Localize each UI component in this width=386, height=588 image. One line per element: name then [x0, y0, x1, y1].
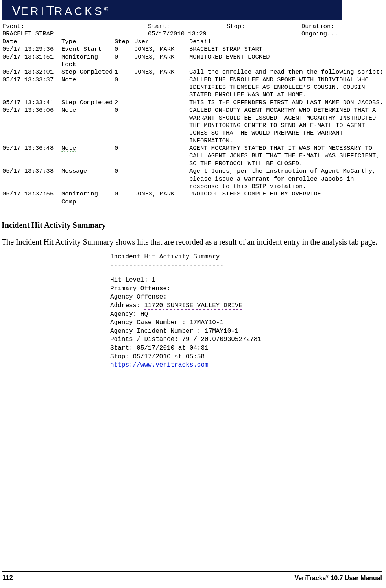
col-detail: Detail [189, 38, 384, 46]
cell-step: 0 [115, 76, 134, 99]
cell-user [134, 99, 189, 107]
cell-date: 05/17 13:37:56 [2, 190, 61, 206]
table-row: 05/17 13:33:37Note0CALLED THE ENROLLEE A… [2, 76, 384, 99]
table-row: 05/17 13:33:41Step Completed2THIS IS THE… [2, 99, 384, 107]
incident-address-value: 11720 SUNRISE VALLEY DRIVE [144, 302, 242, 310]
duration-label: Duration: [301, 23, 334, 30]
cell-detail: MONITORED EVENT LOCKED [189, 53, 384, 69]
incident-summary: Incident Hit Activity Summary ----------… [110, 253, 386, 370]
cell-step: 2 [115, 99, 134, 107]
event-value: BRACELET STRAP [2, 30, 148, 38]
table-row: 05/17 13:29:36Event Start0JONES, MARKBRA… [2, 46, 384, 53]
col-step: Step [115, 38, 134, 46]
incident-link[interactable]: https://www.veritracks.com [110, 361, 209, 369]
section-heading: Incident Hit Activity Summary [2, 221, 386, 230]
incident-hit-level: Hit Level: 1 [110, 276, 386, 285]
cell-type: Note [61, 107, 115, 145]
cell-date: 05/17 13:36:06 [2, 107, 61, 145]
table-row: 05/17 13:31:51Monitoring Lock0JONES, MAR… [2, 53, 384, 69]
cell-date: 05/17 13:31:51 [2, 53, 61, 69]
col-type: Type [61, 38, 115, 46]
cell-detail: CALLED ON-DUTY AGENT MCCARTHY WHO DETERM… [189, 107, 384, 145]
cell-step: 1 [115, 68, 134, 76]
start-label: Start: [148, 23, 227, 30]
app-header: VERITRACKS® [2, 0, 342, 20]
cell-date: 05/17 13:33:41 [2, 99, 61, 107]
start-value: 05/17/2010 13:29 [148, 30, 227, 38]
cell-detail: Agent Jones, per the instruction of Agen… [189, 168, 384, 190]
event-header-labels: Event: Start: Stop: Duration: [2, 23, 384, 30]
cell-date: 05/17 13:29:36 [2, 46, 61, 53]
cell-type: Monitoring Comp [61, 190, 115, 206]
col-date: Date [2, 38, 61, 46]
stop-value [227, 30, 301, 38]
section-body: The Incident Hit Activity Summary shows … [2, 237, 382, 247]
incident-incident-number: Agency Incident Number : 17MAY10-1 [110, 327, 386, 336]
cell-type: Step Completed [61, 99, 115, 107]
cell-step: 0 [115, 145, 134, 168]
incident-points-distance: Points / Distance: 79 / 20.0709305272781 [110, 335, 386, 344]
cell-type: Step Completed [61, 68, 115, 76]
cell-user [134, 76, 189, 99]
cell-date: 05/17 13:37:38 [2, 168, 61, 190]
cell-step: 0 [115, 46, 134, 53]
incident-agency-offense: Agency Offense: [110, 293, 386, 302]
incident-title: Incident Hit Activity Summary [110, 253, 386, 262]
cell-type: Event Start [61, 46, 115, 53]
cell-step: 0 [115, 168, 134, 190]
col-user: User [134, 38, 189, 46]
cell-user: JONES, MARK [134, 68, 189, 76]
incident-primary-offense: Primary Offense: [110, 285, 386, 293]
cell-type: Monitoring Lock [61, 53, 115, 69]
cell-user: JONES, MARK [134, 53, 189, 69]
cell-type: Note [61, 145, 115, 168]
cell-user: JONES, MARK [134, 46, 189, 53]
cell-step: 0 [115, 107, 134, 145]
table-row: 05/17 13:36:06Note0CALLED ON-DUTY AGENT … [2, 107, 384, 145]
incident-address: Address: 11720 SUNRISE VALLEY DRIVE [110, 302, 386, 310]
logo: VERITRACKS® [12, 3, 108, 18]
cell-detail: CALLED THE ENROLLEE AND SPOKE WITH INDIV… [189, 76, 384, 99]
table-row: 05/17 13:37:38Message0Agent Jones, per t… [2, 168, 384, 190]
column-headers: Date Type Step User Detail [2, 38, 384, 46]
page-number: 112 [2, 574, 13, 582]
cell-date: 05/17 13:33:37 [2, 76, 61, 99]
cell-type: Note [61, 76, 115, 99]
table-row: 05/17 13:32:01Step Completed1JONES, MARK… [2, 68, 384, 76]
incident-case-number: Agency Case Number : 17MAY10-1 [110, 319, 386, 327]
cell-type: Message [61, 168, 115, 190]
cell-date: 05/17 13:32:01 [2, 68, 61, 76]
event-report: Event: Start: Stop: Duration: BRACELET S… [0, 20, 386, 206]
cell-user [134, 168, 189, 190]
incident-agency: Agency: HQ [110, 310, 386, 319]
cell-detail: THIS IS THE OFFENDERS FIRST AND LAST NAM… [189, 99, 384, 107]
stop-label: Stop: [227, 23, 301, 30]
cell-step: 0 [115, 190, 134, 206]
page-footer: 112 VeriTracks® 10.7 User Manual [0, 571, 386, 582]
cell-detail: PROTOCOL STEPS COMPLETED BY OVERRIDE [189, 190, 384, 206]
cell-user: JONES, MARK [134, 190, 189, 206]
event-label: Event: [2, 23, 148, 30]
cell-user [134, 107, 189, 145]
log-rows: 05/17 13:29:36Event Start0JONES, MARKBRA… [2, 46, 384, 206]
cell-detail: BRACELET STRAP START [189, 46, 384, 53]
table-row: 05/17 13:37:56Monitoring Comp0JONES, MAR… [2, 190, 384, 206]
cell-date: 05/17 13:36:48 [2, 145, 61, 168]
cell-detail: Call the enrollee and read them the foll… [189, 68, 384, 76]
table-row: 05/17 13:36:48Note0AGENT MCCARTHY STATED… [2, 145, 384, 168]
cell-step: 0 [115, 53, 134, 69]
footer-product: VeriTracks® 10.7 User Manual [294, 574, 382, 582]
incident-sep: ------------------------------ [110, 262, 386, 270]
cell-detail: AGENT MCCARTHY STATED THAT IT WAS NOT NE… [189, 145, 384, 168]
incident-start: Start: 05/17/2010 at 04:31 [110, 344, 386, 353]
incident-stop: Stop: 05/17/2010 at 05:58 [110, 353, 386, 361]
event-header-values: BRACELET STRAP 05/17/2010 13:29 Ongoing.… [2, 30, 384, 38]
cell-user [134, 145, 189, 168]
duration-value: Ongoing... [301, 30, 338, 38]
